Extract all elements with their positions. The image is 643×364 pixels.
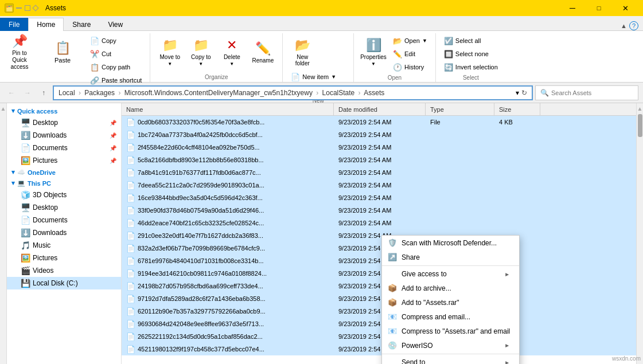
sidebar-item-videos[interactable]: 🎬 Videos: [7, 264, 121, 277]
sidebar-item-documents-quick[interactable]: 📄 Documents 📌: [7, 142, 121, 154]
cut-button[interactable]: ✂️ Cut: [87, 48, 145, 60]
edit-button[interactable]: ✏️ Edit: [389, 48, 431, 60]
select-none-button[interactable]: 🔲 Select none: [441, 48, 501, 60]
paste-button[interactable]: 📋 Paste: [40, 34, 85, 70]
right-scrollbar[interactable]: ▲ ▼: [636, 103, 643, 364]
main-area: ▲ ▾ Quick access 🖥️ Desktop 📌 ⬇️ Downloa…: [0, 103, 643, 364]
context-menu-item-add-archive[interactable]: 📦Add to archive...: [382, 281, 519, 295]
table-row[interactable]: 📄 1bc7240aa77373ba4f0a2425fb0dcc6d5cbf..…: [122, 128, 636, 141]
cm-poweriso-icon: 💿: [388, 341, 397, 350]
copy-path-button[interactable]: 📋 Copy path: [87, 61, 145, 73]
sidebar-item-local-disk[interactable]: 💾 Local Disk (C:): [7, 277, 121, 289]
file-name: 46dd2eace740bf21c65cb32325cfe028524c...: [138, 220, 264, 226]
sidebar-item-documents-pc[interactable]: 📄 Documents: [7, 214, 121, 226]
context-menu-item-compress-assets-email[interactable]: 📧Compress to "Assets.rar" and email: [382, 324, 519, 338]
column-header-date[interactable]: Date modified: [334, 103, 426, 115]
table-row[interactable]: 📄 5c8a2166dbfbd8903e112bb8b56e80318bb...…: [122, 154, 636, 166]
file-name: 1bc7240aa77373ba4f0a2425fb0dcc6d5cbf...: [138, 131, 263, 138]
invert-selection-button[interactable]: 🔄 Invert selection: [441, 61, 501, 73]
table-row[interactable]: 📄 2f45584e22d60c4cff48104ea092be750d5...…: [122, 141, 636, 154]
file-name: 620112b90e7b357a329775792266aba0cb9...: [138, 308, 266, 315]
context-menu-item-add-assets-rar[interactable]: 📦Add to "Assets.rar": [382, 295, 519, 310]
submenu-arrow: ►: [504, 359, 510, 365]
sidebar-item-pictures-quick[interactable]: 🖼️ Pictures 📌: [7, 154, 121, 167]
table-row[interactable]: 📄 97192d7dfa5289ad28c6f27a1436eba6b358..…: [122, 292, 636, 305]
copy-to-button[interactable]: 📁 Copy to ▼: [186, 34, 216, 70]
new-folder-button[interactable]: 📂 New folder: [287, 34, 317, 70]
maximize-button[interactable]: □: [586, 0, 612, 16]
file-type: [426, 197, 494, 199]
table-row[interactable]: 📄 620112b90e7b357a329775792266aba0cb9...…: [122, 305, 636, 318]
sidebar-item-desktop-quick[interactable]: 🖥️ Desktop 📌: [7, 116, 121, 129]
sidebar-item-3d-objects[interactable]: 🧊 3D Objects: [7, 189, 121, 201]
table-row[interactable]: 📄 7a8b41c91c91b76377df117fdb0d6ac877c...…: [122, 166, 636, 179]
quick-access-header[interactable]: ▾ Quick access: [7, 105, 121, 116]
new-item-button[interactable]: 📄 New item ▼: [287, 71, 349, 83]
copy-button[interactable]: 📄 Copy: [87, 34, 145, 47]
cm-scan-icon: 🛡️: [388, 238, 397, 247]
table-row[interactable]: 📄 0cd0b68037332037f0c5f6354e70f3a3e8fcb.…: [122, 116, 636, 128]
sidebar-item-desktop-pc[interactable]: 🖥️ Desktop: [7, 201, 121, 214]
tab-file[interactable]: File: [0, 18, 28, 31]
close-button[interactable]: ✕: [612, 0, 638, 16]
table-row[interactable]: 📄 2625221192c134d5d0dc95a1cbaf856dac2...…: [122, 330, 636, 343]
column-header-type[interactable]: Type: [426, 103, 494, 115]
file-name-cell: 📄 7a8b41c91c91b76377df117fdb0d6ac877c...: [122, 167, 334, 178]
context-menu-item-scan[interactable]: 🛡️Scan with Microsoft Defender...: [382, 236, 519, 250]
move-to-button[interactable]: 📁 Move to ▼: [155, 34, 185, 70]
context-menu-item-poweriso[interactable]: 💿PowerISO►: [382, 338, 519, 353]
onedrive-header[interactable]: ▾ ☁️ OneDrive: [7, 167, 121, 178]
ribbon-group-new: 📂 New folder 📄 New item ▼ ⭐ Easy access …: [283, 33, 354, 82]
open-button[interactable]: 📂 Open ▼: [389, 34, 431, 47]
column-header-name[interactable]: Name: [122, 103, 334, 115]
up-button[interactable]: ↑: [37, 86, 50, 100]
table-row[interactable]: 📄 832a2d3ef06b77be7099b89669be6784cfc9..…: [122, 242, 636, 255]
context-menu-item-compress-email[interactable]: 📧Compress and email...: [382, 310, 519, 324]
select-all-button[interactable]: ☑️ Select all: [441, 34, 501, 47]
history-button[interactable]: 🕐 History: [389, 61, 431, 73]
context-menu-item-share[interactable]: ↗️Share: [382, 250, 519, 264]
context-menu-item-send-to[interactable]: Send to►: [382, 355, 519, 364]
back-button[interactable]: ←: [5, 86, 18, 100]
delete-icon: ✕: [227, 38, 237, 53]
table-row[interactable]: 📄 7deea55c211c2a0c7d2959de9018903c01a...…: [122, 179, 636, 191]
sidebar-item-label: Downloads: [33, 229, 67, 237]
search-box[interactable]: 🔍: [535, 85, 638, 100]
table-row[interactable]: 📄 9194ee3d146210cb09811c9746a0108f8824..…: [122, 267, 636, 280]
context-menu-item-give-access[interactable]: Give access to►: [382, 267, 519, 281]
sidebar-item-music[interactable]: 🎵 Music: [7, 239, 121, 252]
this-pc-header[interactable]: ▾ 💻 This PC: [7, 178, 121, 189]
address-refresh-btn[interactable]: ↻: [521, 89, 527, 97]
sidebar-item-downloads-pc[interactable]: ⬇️ Downloads: [7, 226, 121, 239]
sidebar-item-pictures-pc[interactable]: 🖼️ Pictures: [7, 252, 121, 264]
column-header-size[interactable]: Size: [494, 103, 540, 115]
properties-button[interactable]: ℹ️ Properties ▼: [358, 34, 388, 70]
search-input[interactable]: [551, 89, 633, 96]
table-row[interactable]: 📄 96930684d242048e9ee8ffee9637d3e5f713..…: [122, 318, 636, 330]
pin-to-quick-access-button[interactable]: 📌 Pin to Quickaccess: [5, 34, 34, 70]
sidebar-item-downloads-quick[interactable]: ⬇️ Downloads 📌: [7, 129, 121, 142]
table-row[interactable]: 📄 24198b27d057b958cfbd6aa699ceff733de4..…: [122, 280, 636, 292]
table-row[interactable]: 📄 16ce93844bbd9ec3a5d04c5d596d42c363f...…: [122, 191, 636, 204]
tab-view[interactable]: View: [99, 18, 131, 31]
help-button[interactable]: ?: [629, 21, 638, 30]
delete-ribbon-button[interactable]: ✕ Delete ▼: [217, 34, 247, 70]
ribbon-collapse-btn[interactable]: ▲: [621, 22, 627, 29]
file-name: 832a2d3ef06b77be7099b89669be6784cfc9...: [138, 245, 265, 252]
table-row[interactable]: 📄 6781e9976b4840410d71031fb008ce3314b...…: [122, 255, 636, 267]
table-row[interactable]: 📄 33f0e90fd378d46b07549a90da51d6d29f46..…: [122, 204, 636, 217]
sidebar-item-label: 3D Objects: [33, 191, 67, 199]
scrollbar-thumb[interactable]: [638, 114, 642, 137]
table-row[interactable]: 📄 45211980132f9f197cb458c377d5ebcc07e4..…: [122, 343, 636, 355]
forward-button[interactable]: →: [21, 86, 34, 100]
tab-share[interactable]: Share: [64, 18, 99, 31]
rename-button[interactable]: ✏️ Rename: [248, 34, 278, 70]
table-row[interactable]: 📄 46dd2eace740bf21c65cb32325cfe028524c..…: [122, 217, 636, 229]
table-row[interactable]: 📄 291c0ee32e0df140e7f7b1627ddcb2a36f83..…: [122, 229, 636, 242]
file-name-cell: 📄 16ce93844bbd9ec3a5d04c5d596d42c363f...: [122, 193, 334, 203]
title-bar-controls: ─ □ ✕: [559, 0, 638, 16]
tab-home[interactable]: Home: [28, 18, 64, 31]
address-box[interactable]: Local › Packages › Microsoft.Windows.Con…: [53, 85, 533, 100]
minimize-button[interactable]: ─: [559, 0, 586, 16]
address-dropdown-arrow[interactable]: ▾: [516, 89, 519, 97]
